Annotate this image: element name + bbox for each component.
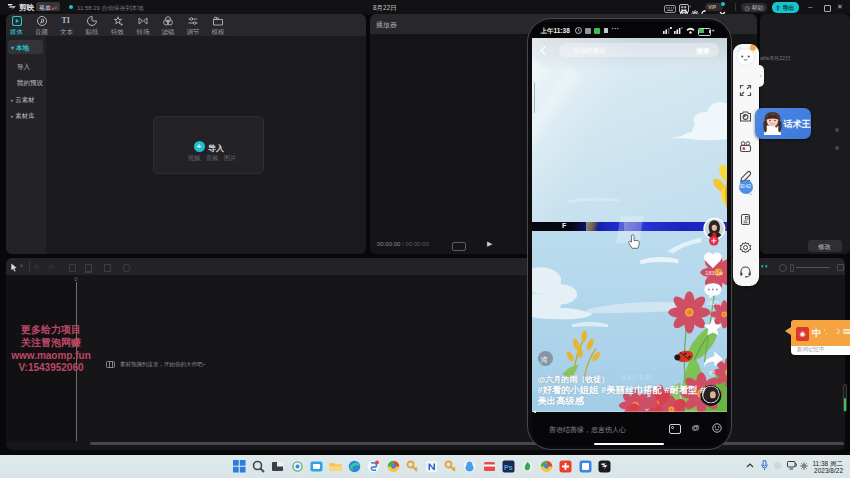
svg-text:65: 65 [709, 370, 715, 376]
svg-text:Ps: Ps [504, 463, 513, 470]
svg-text:183.1w: 183.1w [705, 270, 723, 276]
svg-text:1823: 1823 [706, 300, 718, 306]
